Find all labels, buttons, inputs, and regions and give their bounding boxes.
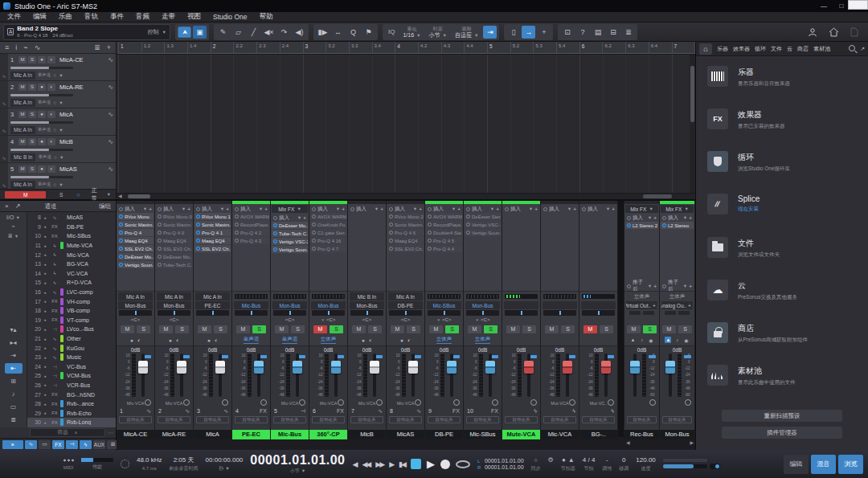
- chevron-down-icon[interactable]: ▼: [437, 318, 440, 322]
- power-icon[interactable]: [662, 216, 666, 220]
- input-select[interactable]: Mic A In: [118, 292, 153, 300]
- power-icon[interactable]: [312, 223, 316, 227]
- solo-button[interactable]: S: [137, 325, 150, 333]
- solo-button[interactable]: S: [291, 325, 305, 333]
- insert-slot[interactable]: Pro-Q 4: [117, 229, 154, 236]
- pan-knob[interactable]: [685, 399, 691, 406]
- power-icon[interactable]: [627, 223, 631, 227]
- inserts-header[interactable]: 插入▼+: [580, 205, 616, 213]
- browser-tab-乐器[interactable]: 乐器: [717, 45, 728, 53]
- meter-option-button[interactable]: [144, 355, 151, 358]
- quantize-select[interactable]: 量化 1/16▼: [399, 26, 424, 39]
- horizontal-scrollbar[interactable]: ◀: [117, 193, 695, 199]
- chevron-down-icon[interactable]: ▼: [452, 206, 456, 211]
- power-icon[interactable]: [505, 207, 509, 211]
- edit-view-button[interactable]: 编辑: [784, 455, 809, 474]
- document-icon[interactable]: [850, 27, 858, 37]
- automation-display[interactable]: A Band 2 Slope 6 - Pro-Q 4 18 24 dB/oct …: [3, 24, 170, 40]
- scrollbar-thumb[interactable]: [128, 194, 150, 198]
- solo-button[interactable]: S: [643, 325, 657, 333]
- insert-slot[interactable]: Vertigo Soun..: [272, 246, 308, 253]
- tool-icon[interactable]: ⌁: [23, 43, 27, 51]
- track-mute-button[interactable]: M: [18, 56, 27, 63]
- power-icon[interactable]: [235, 231, 239, 235]
- solo-button[interactable]: S: [214, 325, 227, 333]
- inserts-header[interactable]: 插入▼+: [117, 205, 154, 213]
- record-arm-icon[interactable]: ●: [207, 337, 211, 343]
- secondary-time-display[interactable]: 00:00:00.000 秒▼: [206, 457, 244, 472]
- add-insert-icon[interactable]: +: [187, 206, 190, 212]
- browser-tab-商店[interactable]: 商店: [797, 45, 809, 53]
- chevron-down-icon[interactable]: ▼: [143, 206, 147, 211]
- automation-mode-button[interactable]: 自动化关: [627, 416, 657, 423]
- power-icon[interactable]: [158, 247, 162, 251]
- pan-control[interactable]: [466, 310, 499, 316]
- power-icon[interactable]: [312, 247, 316, 251]
- menu-item-视图[interactable]: 视图: [187, 12, 201, 22]
- fader-handle[interactable]: [524, 361, 534, 374]
- channel-name[interactable]: MicA: [194, 430, 231, 439]
- mute-button[interactable]: M: [583, 325, 597, 333]
- output-select[interactable]: Mon-Bus: [350, 301, 384, 309]
- inserts-header[interactable]: 插入▼+: [426, 205, 462, 213]
- inserts-header[interactable]: 插入▼+: [661, 214, 694, 222]
- fader-handle[interactable]: [408, 361, 418, 374]
- mute-button[interactable]: M: [198, 325, 211, 333]
- chevron-down-icon[interactable]: ▼: [683, 284, 687, 288]
- forward-button[interactable]: ▶: [389, 460, 393, 468]
- power-icon[interactable]: [196, 223, 200, 227]
- add-insert-icon[interactable]: +: [380, 206, 383, 212]
- insert-slot[interactable]: DeEsser Mo..: [156, 253, 192, 260]
- chevron-down-icon[interactable]: ▼: [59, 155, 63, 160]
- add-insert-icon[interactable]: +: [457, 206, 461, 212]
- power-icon[interactable]: [273, 231, 277, 235]
- input-select[interactable]: Mic A In: [388, 292, 423, 300]
- insert-slot[interactable]: SSL EV2 Ch..: [117, 245, 154, 252]
- channel-column-header[interactable]: 通道: [44, 202, 56, 210]
- timebase-select[interactable]: 时基 小节▼: [426, 26, 450, 39]
- power-icon[interactable]: [196, 247, 200, 251]
- mixfx-slot[interactable]: Mix FX▼: [661, 205, 694, 213]
- mini-button[interactable]: [643, 311, 654, 315]
- user-account-icon[interactable]: [808, 27, 817, 37]
- cue-mix-label[interactable]: <C>: [442, 317, 451, 322]
- power-icon[interactable]: [158, 223, 162, 227]
- metronome-out-icon[interactable]: ♪: [675, 337, 679, 343]
- inserts-header[interactable]: 插入▼+: [233, 205, 269, 213]
- arrow-tool-icon[interactable]: ➤: [178, 27, 191, 38]
- pan-control[interactable]: [119, 310, 152, 316]
- solo-button[interactable]: S: [600, 325, 613, 333]
- power-icon[interactable]: [119, 214, 123, 219]
- browser-item-效果器[interactable]: FX效果器显示已安装的效果器: [707, 108, 868, 149]
- channel-list-row[interactable]: 15●ϟR+D-VCA: [27, 278, 116, 288]
- monitor-icon[interactable]: ◐: [215, 337, 218, 343]
- insert-slot[interactable]: Sonic Maxim..: [194, 221, 231, 228]
- power-icon[interactable]: [158, 239, 162, 243]
- track-input-select[interactable]: Mic A In: [10, 71, 35, 80]
- phones-icon[interactable]: ◉: [683, 337, 689, 344]
- insert-slot[interactable]: RecordPlaye..: [426, 221, 462, 228]
- pan-control[interactable]: [505, 310, 538, 316]
- automation-mode-button[interactable]: 自动化关: [196, 416, 229, 423]
- track-record-button[interactable]: ●: [38, 84, 46, 91]
- chevron-down-icon[interactable]: ▼: [321, 318, 325, 322]
- plugin-manager-button[interactable]: 插件管理器: [722, 427, 842, 439]
- output-select[interactable]: Mic-Bus: [234, 301, 268, 309]
- insert-slot[interactable]: Sonic Maxim..: [387, 221, 424, 228]
- channel-name[interactable]: BG-..: [579, 430, 617, 439]
- channel-list-row[interactable]: 28●FXRvb-..ance: [27, 399, 116, 409]
- add-insert-icon[interactable]: +: [149, 206, 152, 212]
- channel-list-row[interactable]: 17●FXVH-comp: [27, 296, 116, 306]
- channel-name[interactable]: Rec-Bus: [624, 430, 659, 439]
- fader-handle[interactable]: [215, 361, 225, 374]
- macro-icon[interactable]: ⚑: [362, 26, 375, 39]
- fader-handle[interactable]: [630, 361, 640, 374]
- mute-button[interactable]: M: [236, 325, 250, 333]
- add-send-icon[interactable]: +: [653, 284, 657, 289]
- meter-option-button[interactable]: [260, 355, 267, 358]
- browser-tab-home[interactable]: ⌂: [699, 43, 712, 55]
- fader-handle[interactable]: [665, 361, 675, 374]
- track-monitor-button[interactable]: ◐: [47, 138, 55, 145]
- timestretch-icon[interactable]: ↔: [331, 26, 345, 39]
- fader-handle[interactable]: [254, 361, 264, 374]
